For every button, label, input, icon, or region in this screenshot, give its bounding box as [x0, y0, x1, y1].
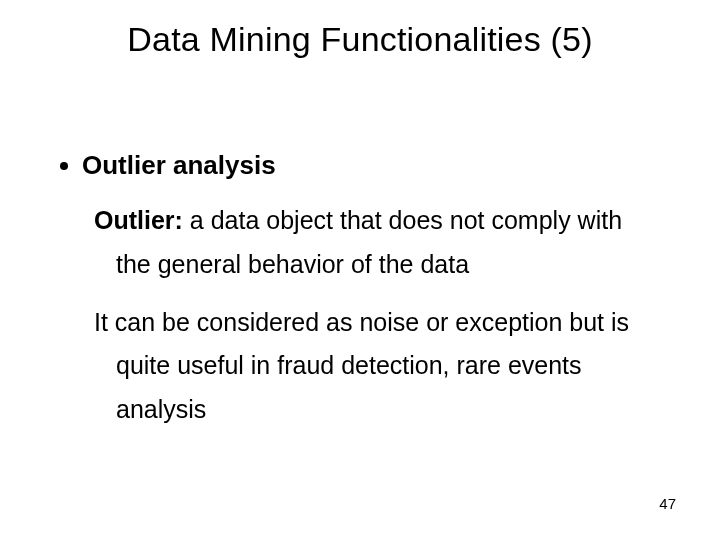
bullet-dot-icon [60, 162, 68, 170]
slide-title: Data Mining Functionalities (5) [0, 20, 720, 59]
slide-body: Outlier analysis Outlier: a data object … [60, 150, 660, 446]
bullet-item: Outlier analysis [60, 150, 660, 181]
page-number: 47 [659, 495, 676, 512]
term-label: Outlier: [94, 206, 183, 234]
paragraph-note: It can be considered as noise or excepti… [94, 301, 660, 432]
term-definition: a data object that does not comply with … [116, 206, 622, 278]
paragraph-definition: Outlier: a data object that does not com… [94, 199, 660, 287]
slide: Data Mining Functionalities (5) Outlier … [0, 0, 720, 540]
bullet-label: Outlier analysis [82, 150, 276, 180]
